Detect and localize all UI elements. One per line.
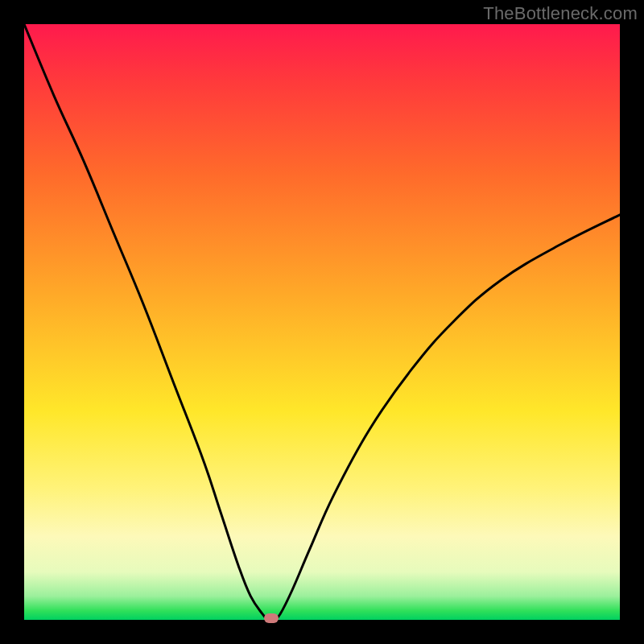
bottleneck-curve [24, 24, 620, 620]
chart-frame: TheBottleneck.com [0, 0, 644, 644]
watermark-text: TheBottleneck.com [483, 3, 638, 24]
plot-area [24, 24, 620, 620]
optimal-point-marker [264, 613, 279, 623]
curve-svg [24, 24, 620, 620]
